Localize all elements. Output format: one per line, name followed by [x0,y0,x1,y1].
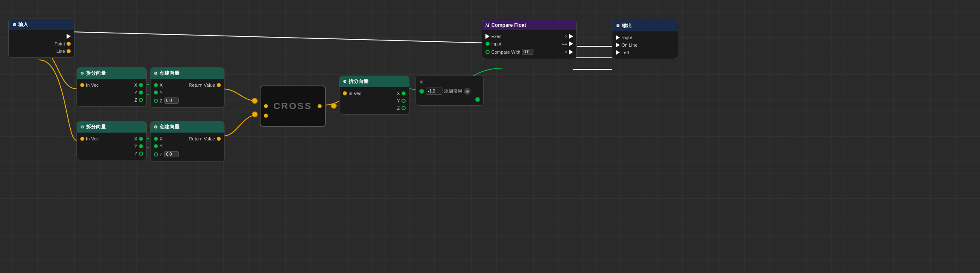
make-vec1-node: ⚙ 创建向量 X Return Value Y Z [150,67,225,108]
z1-input[interactable] [164,97,179,104]
point-label: Point [55,41,65,46]
x2-out-label: X [134,136,137,141]
y1-in-label: Y [160,90,163,95]
eq-label: == [562,41,567,46]
split-vec3-header: ⚙ 拆分向量 [339,76,409,87]
left-label: Left [621,50,629,55]
gt-pin [569,34,573,39]
x2-in-pin [154,137,158,141]
in-vec2-row: In Vec X [77,135,146,142]
z3-row: Z [339,104,409,112]
make-vec2-header: ⚙ 创建向量 [151,121,224,133]
input-node: 🖥 输入 Point Line [8,19,74,58]
output-node-icon: 🖥 [616,24,620,28]
lt-label: < [565,50,567,55]
x2-in-label: X [160,136,163,141]
z2-input[interactable] [164,151,179,157]
point-out-pin [67,42,71,46]
cross-in-bottom [264,114,268,118]
compare-float-title: Compare Float [491,22,526,28]
left-in-pin [616,50,620,55]
on-line-pin-row: On Line [612,41,678,49]
exec-in-pin [485,34,490,39]
y2-in-pin [154,144,158,148]
in-vec3-label: In Vec [349,91,361,96]
add-pin-button[interactable]: ⊕ [464,88,471,95]
x1-out-label: X [134,83,137,88]
split-vec1-icon: ⚙ [80,71,84,76]
in-vec1-label: In Vec [86,83,99,88]
x3-out-pin [402,91,406,95]
y1-label: Y [134,90,137,95]
svg-line-0 [39,31,502,43]
input-in-label: Input [491,41,501,46]
reroute-dot-top[interactable] [252,98,258,104]
in-vec2-label: In Vec [86,136,99,141]
y2-in-label: Y [160,144,163,149]
z1-label: Z [134,97,137,102]
x1-in-row: X Return Value [151,81,224,89]
close-icon[interactable]: ✕ [419,79,423,85]
reroute-dot-after-cross[interactable] [331,103,337,109]
x2-in-row: X Return Value [151,135,224,142]
multiply-out-pin [475,97,480,102]
z1-in-label: Z [160,98,163,103]
split-vec2-icon: ⚙ [80,125,84,129]
right-in-pin [616,35,620,40]
cross-label: cross [273,101,312,112]
split-vec3-icon: ⚙ [343,79,347,84]
rv2-pin [217,137,221,141]
exec-pin-row [9,33,74,40]
x1-in-label: X [160,83,163,88]
rv1-label: Return Value [189,83,215,88]
x1-out-pin [139,83,143,87]
compare-with-row: Compare With < [482,47,576,56]
exec-out-pin [67,34,71,39]
y3-row: Y [339,97,409,104]
y1-in-row: Y [151,89,224,96]
z2-row: Z [77,150,146,157]
x2-out-pin [139,137,143,141]
in-vec2-pin [80,137,84,141]
z2-in-pin [154,152,158,157]
in-vec1-pin [80,83,84,87]
multiply-node: ✕ 添加引脚 ⊕ [416,76,484,106]
input-node-header: 🖥 输入 [9,19,74,30]
add-pin-label: 添加引脚 [444,88,462,94]
output-node-header: 🖥 输出 [612,20,678,31]
on-line-in-pin [616,43,620,47]
in-vec1-row: In Vec X [77,81,146,89]
y1-out-pin [139,90,143,95]
split-vec2-header: ⚙ 拆分向量 [77,121,146,133]
compare-float-header: M Compare Float [482,20,576,30]
make-vec2-icon: ⚙ [154,125,158,129]
rv2-label: Return Value [189,136,215,141]
z3-out-pin [402,106,406,110]
z2-out-pin [139,152,143,156]
y3-label: Y [397,98,400,103]
y2-out-pin [139,144,143,148]
line-label: Line [56,49,65,54]
y2-label: Y [134,144,137,149]
split-vec2-node: ⚙ 拆分向量 In Vec X Y Z [76,121,147,160]
y1-row: Y [77,89,146,96]
compare-value-input[interactable] [522,49,533,55]
split-vec3-node: ⚙ 拆分向量 In Vec X Y Z [339,76,409,115]
make-vec2-node: ⚙ 创建向量 X Return Value Y Z [150,121,225,161]
split-vec3-title: 拆分向量 [349,78,368,85]
reroute-dot-bottom[interactable] [252,112,258,117]
z3-label: Z [397,106,400,111]
in-vec3-row: In Vec X [339,90,409,97]
y2-row: Y [77,142,146,150]
lt-pin [569,50,573,55]
z1-row: Z [77,96,146,104]
line-pin-row: Line [9,47,74,55]
neg-value-input[interactable] [426,88,442,95]
y1-in-pin [154,90,158,95]
y2-in-row: Y [151,142,224,150]
right-label: Right [621,35,632,40]
eq-pin [569,41,573,46]
z1-out-pin [139,98,143,102]
compare-with-label: Compare With [491,50,520,55]
y3-out-pin [402,99,406,103]
